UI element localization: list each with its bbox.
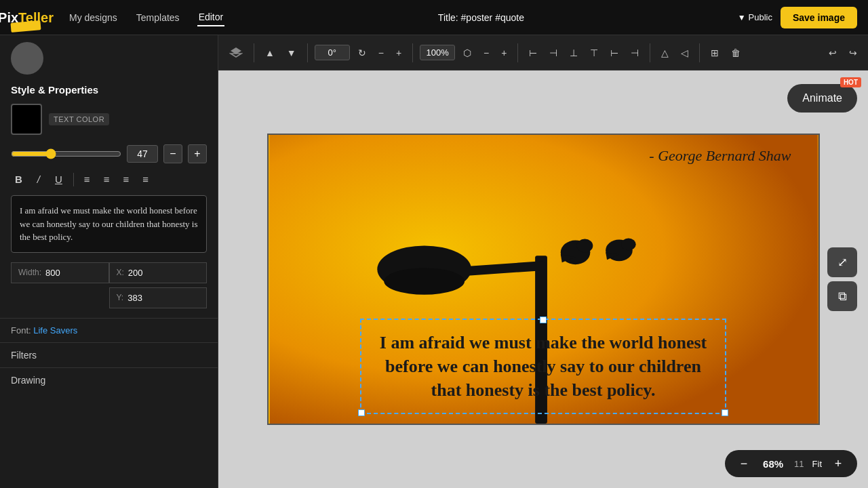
align-h-center[interactable]: ⊣ xyxy=(545,45,561,61)
hot-badge: HOT xyxy=(840,77,861,87)
nav-links: My designs Templates Editor xyxy=(68,9,224,26)
avatar xyxy=(11,42,43,75)
flip-v[interactable]: ◁ xyxy=(677,45,692,61)
logo-text: PixTeller xyxy=(0,11,54,24)
sidebar: Style & Properties TEXT COLOR − + B / U … xyxy=(0,35,218,488)
zoom-in-button[interactable]: + xyxy=(830,455,846,472)
nav-title: Title: #poster #quote xyxy=(241,12,721,23)
text-color-label: TEXT COLOR xyxy=(49,113,109,125)
underline-button[interactable]: U xyxy=(51,171,66,187)
animate-label: Animate xyxy=(802,92,842,104)
animate-button[interactable]: HOT Animate xyxy=(787,84,857,113)
canvas-area: HOT Animate xyxy=(218,70,868,488)
nav-my-designs[interactable]: My designs xyxy=(68,9,119,26)
nav-right: ▼ Public Save image xyxy=(738,7,857,28)
style-properties-section: Style & Properties TEXT COLOR − + B / U … xyxy=(0,75,218,318)
text-color-row: TEXT COLOR xyxy=(11,104,207,135)
save-button[interactable]: Save image xyxy=(781,7,857,28)
svg-marker-1 xyxy=(231,54,241,57)
zoom-fit-button[interactable]: Fit xyxy=(812,459,822,469)
handle-top[interactable] xyxy=(540,317,547,323)
filters-row[interactable]: Filters xyxy=(0,342,218,367)
align-center[interactable]: ≡ xyxy=(100,171,113,187)
nav-templates[interactable]: Templates xyxy=(135,9,181,26)
tb-minus1[interactable]: − xyxy=(374,45,388,61)
align-left[interactable]: ≡ xyxy=(81,171,94,187)
sep2 xyxy=(307,43,308,62)
x-box: X: 200 xyxy=(109,262,208,283)
format-separator xyxy=(73,173,74,186)
layer-button[interactable] xyxy=(225,43,247,62)
align-right[interactable]: ≡ xyxy=(119,171,132,187)
canvas-wrap: - George Bernard Shaw I am afraid we mus… xyxy=(267,134,820,425)
add-element[interactable]: ⊞ xyxy=(707,45,723,61)
copy-button[interactable]: ⧉ xyxy=(827,281,857,311)
font-size-decrease[interactable]: − xyxy=(163,144,182,163)
font-size-input[interactable] xyxy=(127,145,158,163)
logo-icon: PixTeller xyxy=(11,3,41,33)
sep5 xyxy=(650,43,650,62)
sep6 xyxy=(699,43,700,62)
redo-button[interactable]: ↪ xyxy=(845,45,861,61)
main-area: Style & Properties TEXT COLOR − + B / U … xyxy=(0,35,868,488)
export-button[interactable]: ⤢ xyxy=(827,247,857,277)
zoom-value: 68% xyxy=(760,458,786,470)
move-up-button[interactable]: ▲ xyxy=(261,45,279,61)
zoom-out-button[interactable]: − xyxy=(736,455,752,472)
sep3 xyxy=(412,43,413,62)
tb-plus2[interactable]: + xyxy=(497,45,511,61)
color-swatch[interactable] xyxy=(11,104,42,135)
tb-plus1[interactable]: + xyxy=(392,45,406,61)
font-size-increase[interactable]: + xyxy=(188,144,207,163)
rotate-cw[interactable]: ↻ xyxy=(354,45,370,61)
align-v-center[interactable]: ⊢ xyxy=(606,45,623,61)
dims-row: Width: 800 X: 200 xyxy=(11,262,207,283)
handle-br[interactable] xyxy=(722,409,728,416)
move-down-button[interactable]: ▼ xyxy=(283,45,300,61)
align-v-bottom[interactable]: ⊣ xyxy=(627,45,643,61)
public-button[interactable]: ▼ Public xyxy=(738,12,772,22)
canvas-image[interactable]: - George Bernard Shaw I am afraid we mus… xyxy=(267,134,820,425)
svg-point-8 xyxy=(576,239,593,253)
handle-bl[interactable] xyxy=(358,409,365,416)
animate-btn-wrap: HOT Animate xyxy=(787,84,857,113)
svg-point-6 xyxy=(384,268,465,295)
opacity-input[interactable] xyxy=(420,45,455,60)
zoom-number: 11 xyxy=(794,459,804,469)
opacity-icon: ⬡ xyxy=(459,45,475,61)
quote-text: I am afraid we must make the world hones… xyxy=(375,331,711,402)
flip-h[interactable]: △ xyxy=(657,45,673,61)
svg-point-11 xyxy=(620,239,635,251)
delete-element[interactable]: 🗑 xyxy=(727,45,745,61)
topnav: PixTeller My designs Templates Editor Ti… xyxy=(0,0,868,35)
sep4 xyxy=(517,43,518,62)
y-box: Y: 383 xyxy=(109,287,208,308)
toolbar: ▲ ▼ ↻ − + ⬡ − + ⊢ ⊣ ⊥ ⊤ ⊢ ⊣ △ ◁ ⊞ 🗑 xyxy=(218,35,868,70)
right-actions: ⤢ ⧉ xyxy=(827,247,857,311)
align-justify[interactable]: ≡ xyxy=(139,171,152,187)
undo-button[interactable]: ↩ xyxy=(825,45,841,61)
zoom-bar: − 68% 11 Fit + xyxy=(725,450,857,477)
text-preview[interactable]: I am afraid we must make the world hones… xyxy=(11,195,207,253)
rotation-input[interactable] xyxy=(315,45,350,60)
italic-button[interactable]: / xyxy=(33,171,44,187)
quote-author: - George Bernard Shaw xyxy=(649,147,791,165)
align-v-top[interactable]: ⊤ xyxy=(586,45,602,61)
font-row: Font: Life Savers xyxy=(0,318,218,342)
nav-editor[interactable]: Editor xyxy=(197,9,225,26)
font-size-row: − + xyxy=(11,144,207,163)
font-size-slider[interactable] xyxy=(11,148,121,159)
align-h-left[interactable]: ⊢ xyxy=(525,45,541,61)
bold-button[interactable]: B xyxy=(11,171,26,187)
tb-minus2[interactable]: − xyxy=(479,45,493,61)
format-row: B / U ≡ ≡ ≡ ≡ xyxy=(11,171,207,187)
coord-row: Y: 383 xyxy=(11,287,207,308)
align-h-right[interactable]: ⊥ xyxy=(566,45,582,61)
logo: PixTeller xyxy=(11,3,41,33)
font-name[interactable]: Life Savers xyxy=(33,325,77,336)
sep1 xyxy=(254,43,254,62)
quote-text-box[interactable]: I am afraid we must make the world hones… xyxy=(360,319,726,414)
width-box: Width: 800 xyxy=(11,262,109,283)
section-title: Style & Properties xyxy=(11,84,207,96)
drawing-row[interactable]: Drawing xyxy=(0,367,218,392)
